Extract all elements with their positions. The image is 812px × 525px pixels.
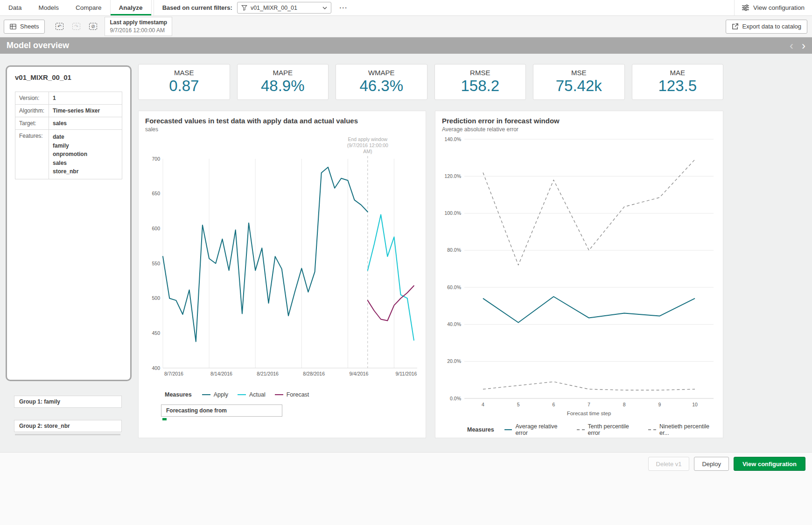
error-chart-panel[interactable]: Prediction error in forecast window Aver… xyxy=(435,111,723,438)
model-card-title: v01_MIXR_00_01 xyxy=(15,73,122,81)
model-properties-table: Version: 1 Algorithm: Time-series Mixer … xyxy=(15,92,122,179)
series-apply xyxy=(163,167,368,341)
svg-text:450: 450 xyxy=(152,330,160,336)
model-card[interactable]: v01_MIXR_00_01 Version: 1 Algorithm: Tim… xyxy=(6,65,132,381)
features-value: date family onpromotion sales store_nbr xyxy=(49,130,122,179)
kpi-value: 158.2 xyxy=(435,77,526,95)
legend-item[interactable]: Actual xyxy=(238,391,266,398)
sheets-button[interactable]: Sheets xyxy=(4,20,45,34)
page-title: Model overview xyxy=(7,41,69,50)
kpi-value: 75.42k xyxy=(533,77,624,95)
kpi-card-mse[interactable]: MSE 75.42k xyxy=(533,64,625,100)
forecasting-done-from-filter[interactable]: Forecasting done from xyxy=(161,404,282,417)
svg-text:5: 5 xyxy=(517,402,520,407)
algorithm-label: Algorithm: xyxy=(15,105,49,117)
kpi-label: WMAPE xyxy=(336,69,427,77)
kpi-label: MSE xyxy=(533,69,624,77)
legend-item[interactable]: Tenth percentile error xyxy=(577,423,639,436)
kpi-value: 123.5 xyxy=(632,77,723,95)
legend-swatch xyxy=(238,394,246,395)
series-average-relative-error xyxy=(483,297,695,323)
svg-text:700: 700 xyxy=(152,156,160,162)
legend-item[interactable]: Ninetieth percentile er... xyxy=(648,423,716,436)
view-configuration-topbar-button[interactable]: View configuration xyxy=(734,0,812,15)
chevron-left-icon[interactable]: ‹ xyxy=(790,40,793,51)
step-back-selection-button[interactable]: ↶ xyxy=(52,20,66,34)
tab-models[interactable]: Models xyxy=(30,0,68,15)
error-line-chart[interactable]: 0.0%20.0%40.0%60.0%80.0%100.0%120.0%140.… xyxy=(442,135,717,417)
sheet-title-bar: Model overview ‹ › xyxy=(0,37,812,54)
version-label: Version: xyxy=(15,92,49,105)
legend-swatch xyxy=(577,429,585,430)
sheets-icon xyxy=(10,23,16,30)
group2-listbox[interactable]: Group 2: store_nbr xyxy=(14,420,122,432)
legend-item[interactable]: Apply xyxy=(202,391,228,398)
svg-text:4: 4 xyxy=(482,402,484,407)
export-data-button[interactable]: Export data to catalog xyxy=(726,20,807,34)
features-label: Features: xyxy=(15,130,49,179)
legend-swatch xyxy=(648,429,656,430)
chevron-right-icon[interactable]: › xyxy=(802,40,805,51)
deploy-button[interactable]: Deploy xyxy=(694,457,728,471)
svg-text:400: 400 xyxy=(152,365,160,371)
step-back-icon: ↶ xyxy=(56,23,63,30)
tab-analyze[interactable]: Analyze xyxy=(110,0,152,15)
version-value: 1 xyxy=(49,92,122,105)
legend-label: Average relative error xyxy=(515,423,567,436)
svg-text:650: 650 xyxy=(152,191,160,196)
svg-text:40.0%: 40.0% xyxy=(447,321,461,327)
kpi-row: MASE 0.87 MAPE 48.9% WMAPE 46.3% RMSE 15… xyxy=(138,64,723,100)
legend-item[interactable]: Forecast xyxy=(275,391,309,398)
kpi-label: RMSE xyxy=(435,69,526,77)
svg-text:8/7/2016: 8/7/2016 xyxy=(164,371,183,376)
svg-text:8/21/2016: 8/21/2016 xyxy=(257,371,279,376)
last-apply-timestamp-box: Last apply timestamp 9/7/2016 12:00:00 A… xyxy=(105,17,172,35)
kpi-label: MASE xyxy=(139,69,230,77)
kpi-card-wmape[interactable]: WMAPE 46.3% xyxy=(336,64,427,100)
legend-label: Actual xyxy=(249,391,266,398)
table-row-features: Features: date family onpromotion sales … xyxy=(15,130,122,179)
clear-selections-button[interactable]: ⊘ xyxy=(86,20,100,34)
delete-version-button[interactable]: Delete v1 xyxy=(648,457,690,471)
svg-text:500: 500 xyxy=(152,295,160,301)
kpi-value: 0.87 xyxy=(139,77,230,95)
app-root: Data Models Compare Analyze Based on cur… xyxy=(0,0,812,525)
forecast-line-chart[interactable]: 8/7/20168/14/20168/21/20168/28/20169/4/2… xyxy=(145,135,420,387)
selection-tools: ↶ ↷ ⊘ xyxy=(52,20,100,34)
current-filters-area: Based on current filters: v01_MIXR_00_01… xyxy=(154,0,350,15)
legend-swatch xyxy=(275,394,283,395)
kpi-card-rmse[interactable]: RMSE 158.2 xyxy=(434,64,526,100)
step-forward-icon: ↷ xyxy=(72,23,80,30)
last-apply-label: Last apply timestamp xyxy=(110,19,167,26)
svg-text:8/14/2016: 8/14/2016 xyxy=(210,371,232,376)
kpi-card-mape[interactable]: MAPE 48.9% xyxy=(237,64,329,100)
group1-listbox[interactable]: Group 1: family xyxy=(14,396,122,408)
kpi-card-mae[interactable]: MAE 123.5 xyxy=(632,64,724,100)
svg-text:7: 7 xyxy=(588,402,590,407)
model-filter-dropdown[interactable]: v01_MIXR_00_01 xyxy=(237,2,331,14)
table-row-algorithm: Algorithm: Time-series Mixer xyxy=(15,105,122,117)
target-label: Target: xyxy=(15,117,49,130)
svg-text:20.0%: 20.0% xyxy=(447,358,461,364)
more-options-button[interactable]: ⋯ xyxy=(336,2,350,14)
forecast-chart-panel[interactable]: Forecasted values in test data with appl… xyxy=(138,111,426,438)
svg-text:120.0%: 120.0% xyxy=(444,173,461,179)
end-apply-window-label: (9/7/2016 12:00:00 xyxy=(347,142,388,148)
more-icon: ⋯ xyxy=(339,3,347,13)
top-navbar: Data Models Compare Analyze Based on cur… xyxy=(0,0,812,16)
tab-compare[interactable]: Compare xyxy=(67,0,110,15)
view-configuration-button[interactable]: View configuration xyxy=(734,457,805,471)
tab-data[interactable]: Data xyxy=(0,0,30,15)
legend-label: Ninetieth percentile er... xyxy=(659,423,716,436)
svg-text:9/11/2016: 9/11/2016 xyxy=(396,371,417,376)
series-actual xyxy=(368,215,414,341)
error-chart-title: Prediction error in forecast window xyxy=(442,117,716,125)
group-scrollbar[interactable] xyxy=(15,434,120,435)
feature-item: sales xyxy=(53,159,118,168)
svg-text:80.0%: 80.0% xyxy=(447,247,461,253)
legend-item[interactable]: Average relative error xyxy=(504,423,567,436)
step-forward-selection-button[interactable]: ↷ xyxy=(69,20,83,34)
svg-text:600: 600 xyxy=(152,226,160,231)
kpi-card-mase[interactable]: MASE 0.87 xyxy=(138,64,230,100)
table-row-version: Version: 1 xyxy=(15,92,122,105)
